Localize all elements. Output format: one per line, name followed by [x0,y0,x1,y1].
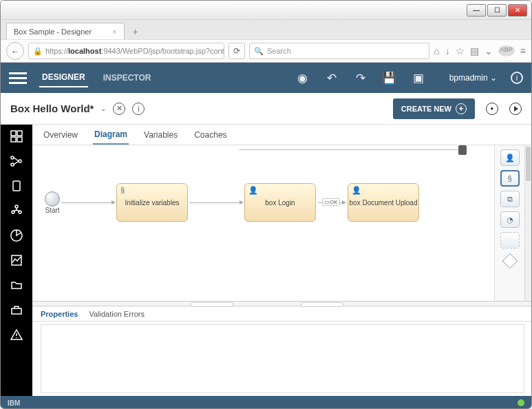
process-dropdown-icon[interactable]: ⌄ [100,105,106,112]
arrow-label-ok: ▭OK [322,198,340,206]
svg-point-8 [15,205,18,208]
sidebar-teams-icon[interactable] [9,203,24,218]
start-label: Start [45,207,59,214]
search-icon: 🔍 [254,47,264,56]
tab-close-icon[interactable]: × [112,28,116,36]
svg-rect-2 [11,137,16,142]
tab-coaches[interactable]: Coaches [193,126,228,144]
palette-script-task-icon[interactable]: § [500,170,520,187]
save-icon[interactable]: 💾 [382,70,397,85]
svg-point-4 [11,156,14,159]
properties-panel [41,324,524,393]
svg-rect-7 [13,181,20,191]
start-node[interactable]: Start [45,191,60,214]
sidebar-ui-icon[interactable] [9,178,24,193]
palette-gateway-icon[interactable] [502,253,518,269]
bookmark-icon[interactable]: ☆ [456,45,465,56]
tab-diagram[interactable]: Diagram [93,125,129,145]
task-box-document-upload[interactable]: 👤 box Document Upload [348,183,419,222]
sidebar-errors-icon[interactable] [9,327,24,342]
main-panel: Overview Diagram Variables Coaches Start… [32,125,531,396]
goals-button[interactable]: ✦ [486,103,498,115]
tab-designer[interactable]: DESIGNER [39,68,88,87]
abp-icon[interactable]: ABP [498,45,515,56]
palette-user-task-icon[interactable]: 👤 [500,149,520,166]
tab-inspector[interactable]: INSPECTOR [100,69,154,87]
task-label: box Login [265,199,295,207]
browser-tab[interactable]: Box Sample - Designer × [6,23,125,39]
sidebar-data-icon[interactable] [9,228,24,243]
browser-search-box[interactable]: 🔍 Search [249,43,429,59]
palette-link-icon[interactable]: ⧉ [500,191,520,207]
home-icon[interactable]: ⌂ [434,45,439,56]
window-minimize-button[interactable]: — [467,4,486,17]
vertical-scrollbar[interactable] [524,145,531,301]
flow-arrow [61,202,115,203]
window-close-button[interactable]: ✕ [508,4,527,17]
svg-point-6 [19,160,21,162]
status-bar: IBM [1,396,531,409]
sidebar-performance-icon[interactable] [9,253,24,268]
undo-icon[interactable]: ↶ [324,70,339,85]
create-new-button[interactable]: CREATE NEW + [393,98,475,119]
app-topbar: DESIGNER INSPECTOR ◉ ↶ ↷ 💾 ▣ bpmadmin ⌄ … [1,63,531,93]
menu-icon[interactable]: ≡ [520,45,526,56]
palette-event-icon[interactable]: ◔ [500,211,520,228]
bottom-tabs: Properties Validation Errors [32,306,531,322]
horizontal-scrollbar[interactable] [239,148,467,152]
tab-validation-errors[interactable]: Validation Errors [89,310,145,318]
sidebar-files-icon[interactable] [9,277,24,293]
splitter-handle[interactable] [32,301,531,306]
task-initialize-variables[interactable]: § Initialize variables [116,183,188,222]
pocket-icon[interactable]: ⌄ [485,45,493,56]
svg-rect-3 [17,137,22,142]
sidebar-process-icon[interactable] [9,154,24,169]
create-new-label: CREATE NEW [401,105,451,113]
sidebar-grid-icon[interactable] [9,129,24,144]
script-icon: § [120,186,125,194]
process-header: Box Hello World* ⌄ ✕ i CREATE NEW + ✦ [1,93,531,125]
canvas-wrap: Start § Initialize variables 👤 box Login [32,145,531,301]
new-tab-button[interactable]: + [127,24,144,39]
tab-variables[interactable]: Variables [142,126,179,144]
browser-tab-strip: Box Sample - Designer × + [1,20,531,39]
user-task-icon: 👤 [248,186,258,195]
brand-label: IBM [8,399,20,407]
task-label: box Document Upload [350,199,418,207]
lock-icon: 🔒 [33,47,43,56]
flow-diagram: Start § Initialize variables 👤 box Login [45,183,419,222]
run-button[interactable] [509,103,522,115]
hamburger-menu-button[interactable] [9,70,27,87]
palette-subprocess-icon[interactable] [500,232,520,249]
sidebar-toolkit-icon[interactable] [9,302,24,317]
task-box-login[interactable]: 👤 box Login [244,183,316,222]
checkpoint-icon[interactable]: ▣ [411,70,426,85]
help-icon[interactable]: i [511,72,523,84]
user-menu[interactable]: bpmadmin ⌄ [449,73,497,83]
svg-rect-0 [11,131,16,136]
tab-overview[interactable]: Overview [42,126,79,144]
downloads-icon[interactable]: ↓ [445,45,450,56]
editor-tabs: Overview Diagram Variables Coaches [32,125,531,145]
list-icon[interactable]: ▤ [470,45,479,56]
window-maximize-button[interactable]: ☐ [487,4,507,17]
process-title: Box Hello World* [10,103,94,114]
browser-icon-group: ⌂ ↓ ☆ ▤ ⌄ ABP ≡ [434,45,526,56]
browser-toolbar: ← 🔒 https://localhost:9443/WebPD/jsp/boo… [1,39,531,63]
reload-button[interactable]: ⟳ [228,43,245,59]
work-area: Overview Diagram Variables Coaches Start… [1,125,531,396]
plus-icon: + [456,103,467,114]
process-info-button[interactable]: i [132,103,145,115]
diagram-canvas[interactable]: Start § Initialize variables 👤 box Login [32,145,494,301]
status-indicator-icon [518,399,524,406]
redo-icon[interactable]: ↷ [353,70,368,85]
tab-properties[interactable]: Properties [41,310,78,318]
snapshot-icon[interactable]: ◉ [295,70,310,85]
search-placeholder: Search [267,47,291,55]
close-process-button[interactable]: ✕ [113,103,125,115]
address-bar[interactable]: 🔒 https://localhost:9443/WebPD/jsp/boots… [28,43,224,59]
back-button[interactable]: ← [6,42,24,60]
svg-rect-1 [17,131,22,136]
window-titlebar: — ☐ ✕ [1,1,531,20]
svg-rect-12 [12,308,21,314]
